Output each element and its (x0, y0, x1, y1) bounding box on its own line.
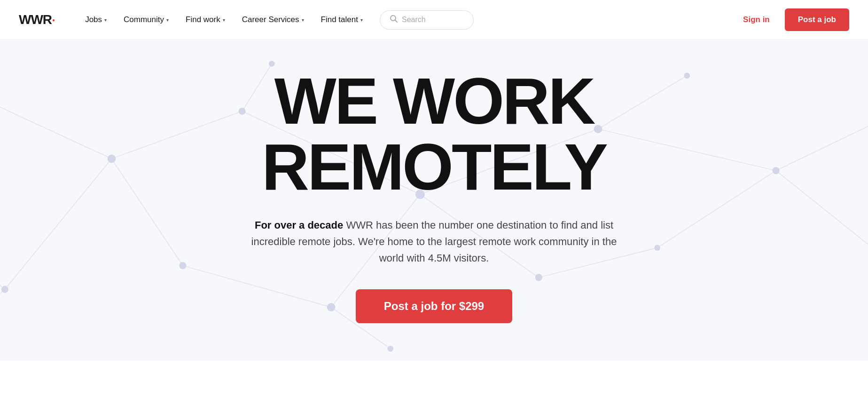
hero-cta-button[interactable]: Post a job for $299 (356, 289, 512, 323)
hero-subtitle: For over a decade WWR has been the numbe… (246, 217, 622, 267)
jobs-chevron-icon: ▾ (104, 17, 107, 23)
hero-subtitle-bold: For over a decade (255, 219, 343, 231)
svg-point-31 (1, 286, 8, 293)
logo-text: WWR (19, 12, 52, 27)
find-talent-chevron-icon: ▾ (360, 17, 363, 23)
navbar: WWR● Jobs ▾ Community ▾ Find work ▾ Care… (0, 0, 868, 40)
career-services-label: Career Services (242, 15, 299, 24)
jobs-label: Jobs (85, 15, 102, 24)
logo-dot: ● (52, 17, 55, 23)
find-work-label: Find work (186, 15, 220, 24)
svg-point-41 (387, 346, 393, 352)
nav-links: Jobs ▾ Community ▾ Find work ▾ Career Se… (78, 10, 735, 30)
career-services-chevron-icon: ▾ (302, 17, 304, 23)
find-work-chevron-icon: ▾ (223, 17, 225, 23)
svg-line-1 (395, 20, 397, 22)
nav-right: Sign in Post a job (735, 8, 849, 31)
nav-item-career-services[interactable]: Career Services ▾ (235, 11, 312, 28)
post-job-button[interactable]: Post a job (785, 8, 849, 31)
search-placeholder: Search (402, 16, 426, 24)
search-bar[interactable]: Search (380, 10, 474, 30)
search-icon (390, 15, 398, 25)
svg-point-28 (773, 167, 780, 174)
hero-title: WE WORK REMOTELY (176, 68, 693, 200)
nav-item-find-talent[interactable]: Find talent ▾ (313, 11, 370, 28)
find-talent-label: Find talent (321, 15, 358, 24)
community-chevron-icon: ▾ (166, 17, 169, 23)
svg-line-17 (776, 171, 868, 266)
svg-line-2 (0, 87, 112, 159)
svg-point-24 (108, 155, 116, 163)
svg-line-10 (5, 159, 111, 289)
hero-content: WE WORK REMOTELY For over a decade WWR h… (176, 68, 693, 323)
svg-line-9 (0, 218, 5, 289)
logo[interactable]: WWR● (19, 12, 55, 27)
nav-item-jobs[interactable]: Jobs ▾ (78, 11, 114, 28)
nav-item-find-work[interactable]: Find work ▾ (178, 11, 233, 28)
nav-item-community[interactable]: Community ▾ (116, 11, 176, 28)
svg-line-21 (0, 289, 5, 343)
svg-line-7 (776, 99, 868, 170)
svg-point-38 (269, 61, 275, 67)
community-label: Community (124, 15, 164, 24)
sign-in-button[interactable]: Sign in (735, 11, 777, 28)
svg-line-11 (112, 159, 183, 265)
hero-section: WE WORK REMOTELY For over a decade WWR h… (0, 40, 868, 361)
